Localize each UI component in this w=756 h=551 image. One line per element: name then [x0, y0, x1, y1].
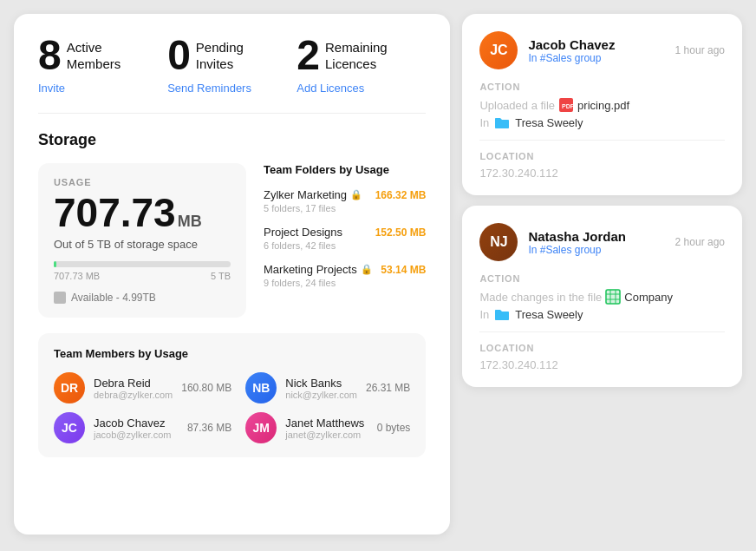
remaining-licences-label: RemainingLicences	[325, 39, 388, 73]
progress-labels: 707.73 MB 5 TB	[54, 271, 231, 281]
folder-meta-0: 5 folders, 17 files	[264, 203, 426, 213]
folder-meta-1: 6 folders, 42 files	[264, 240, 426, 251]
remaining-licences-number: 2	[297, 35, 320, 76]
svg-rect-2	[605, 289, 621, 305]
activity-ip-0: 172.30.240.112	[479, 167, 725, 180]
activity-card-0: JC Jacob Chavez In #Sales group 1 hour a…	[462, 14, 742, 195]
folder-icon-1	[494, 309, 510, 321]
folder-item-2: Marketing Projects 🔒 53.14 MB 9 folders,…	[264, 263, 426, 288]
action-prefix-0: Uploaded a file	[479, 99, 555, 112]
folder-size-1: 152.50 MB	[375, 226, 427, 239]
activity-time-1: 2 hour ago	[675, 236, 725, 248]
available-row: Available - 4.99TB	[54, 292, 231, 304]
right-panel: JC Jacob Chavez In #Sales group 1 hour a…	[462, 14, 742, 387]
activity-action-label-1: Action	[479, 273, 725, 284]
member-avatar-0: DR	[54, 372, 85, 403]
member-name-2: Jacob Chavez	[94, 417, 179, 430]
folder-item-0: Zylker Marketing 🔒 166.32 MB 5 folders, …	[264, 188, 426, 213]
location-folder-1: Tresa Sweely	[515, 308, 583, 321]
activity-header-1: NJ Natasha Jordan In #Sales group 2 hour…	[479, 223, 725, 261]
activity-group-0: In #Sales group	[528, 52, 664, 64]
activity-name-0: Jacob Chavez	[528, 37, 664, 52]
active-members-label: ActiveMembers	[67, 39, 121, 73]
folder-meta-2: 9 folders, 24 files	[264, 278, 426, 288]
member-name-0: Debra Reid	[94, 377, 173, 390]
action-prefix-1: Made changes in the file	[479, 291, 602, 304]
location-label-1: Location	[479, 343, 725, 353]
team-grid: DR Debra Reid debra@zylker.com 160.80 MB…	[54, 372, 410, 443]
usage-unit: MB	[178, 213, 202, 230]
sheet-icon-1	[605, 289, 621, 305]
activity-action-label-0: Action	[479, 82, 725, 92]
activity-name-1: Natasha Jordan	[528, 229, 664, 244]
send-reminders-link[interactable]: Send Reminders	[167, 82, 251, 95]
pending-invites-label: PendingInvites	[196, 39, 244, 73]
member-email-2: jacob@zylker.com	[94, 430, 179, 440]
team-section-title: Team Members by Usage	[54, 347, 410, 360]
member-size-2: 87.36 MB	[187, 422, 231, 434]
progress-total: 5 TB	[211, 271, 231, 281]
left-panel: 8 ActiveMembers Invite 0 PendingInvites …	[14, 14, 450, 535]
folders-title: Team Folders by Usage	[264, 163, 426, 176]
activity-time-0: 1 hour ago	[675, 44, 725, 56]
location-folder-0: Tresa Sweely	[515, 116, 583, 129]
usage-desc: Out of 5 TB of storage space	[54, 238, 231, 251]
member-item-3: JM Janet Matthews janet@zylker.com 0 byt…	[245, 412, 410, 443]
active-members-number: 8	[38, 35, 62, 76]
in-label-1: In	[479, 308, 489, 321]
folder-size-0: 166.32 MB	[375, 189, 427, 201]
member-size-3: 0 bytes	[377, 422, 411, 434]
invite-link[interactable]: Invite	[38, 82, 65, 95]
pending-invites-number: 0	[167, 35, 191, 76]
lock-icon-0: 🔒	[350, 189, 362, 200]
available-text: Available - 4.99TB	[71, 292, 156, 304]
stat-remaining-licences: 2 RemainingLicences Add Licences	[297, 35, 426, 95]
folders-card: Team Folders by Usage Zylker Marketing 🔒…	[264, 163, 426, 318]
file-name-1: Company	[624, 291, 673, 304]
available-icon	[54, 292, 66, 304]
activity-header-0: JC Jacob Chavez In #Sales group 1 hour a…	[479, 31, 725, 69]
pdf-icon-0: PDF	[558, 97, 574, 113]
member-size-1: 26.31 MB	[366, 382, 410, 394]
member-avatar-2: JC	[54, 412, 85, 443]
usage-label: USAGE	[54, 177, 231, 187]
member-avatar-1: NB	[245, 372, 277, 403]
activity-card-1: NJ Natasha Jordan In #Sales group 2 hour…	[462, 206, 742, 387]
member-email-1: nick@zylker.com	[285, 390, 357, 400]
member-item-1: NB Nick Banks nick@zylker.com 26.31 MB	[245, 372, 410, 403]
folder-item-1: Project Designs 152.50 MB 6 folders, 42 …	[264, 226, 426, 251]
member-email-3: janet@zylker.com	[285, 430, 368, 440]
progress-bar-fill	[54, 261, 56, 267]
divider-0	[479, 140, 725, 141]
divider-1	[479, 331, 725, 332]
usage-number: 707.73	[54, 190, 176, 235]
usage-number-row: 707.73MB	[54, 193, 231, 233]
member-item-0: DR Debra Reid debra@zylker.com 160.80 MB	[54, 372, 231, 403]
member-avatar-3: JM	[245, 412, 277, 443]
lock-icon-2: 🔒	[361, 264, 373, 275]
folder-size-2: 53.14 MB	[381, 264, 426, 276]
member-email-0: debra@zylker.com	[94, 390, 173, 400]
stat-active-members: 8 ActiveMembers Invite	[38, 35, 167, 95]
activity-ip-1: 172.30.240.112	[479, 358, 725, 371]
progress-bar-wrap	[54, 261, 231, 267]
in-label-0: In	[479, 116, 489, 129]
storage-title: Storage	[38, 131, 426, 149]
team-section: Team Members by Usage DR Debra Reid debr…	[38, 333, 426, 457]
add-licences-link[interactable]: Add Licences	[297, 82, 364, 95]
location-label-0: Location	[479, 151, 725, 161]
member-name-1: Nick Banks	[285, 377, 357, 390]
folder-name-1: Project Designs	[264, 226, 342, 239]
usage-card: USAGE 707.73MB Out of 5 TB of storage sp…	[38, 163, 246, 318]
folder-name-2: Marketing Projects 🔒	[264, 263, 373, 276]
folder-icon-0	[494, 117, 510, 129]
activity-action-text-1: Made changes in the file Company	[479, 289, 725, 305]
storage-section: Storage USAGE 707.73MB Out of 5 TB of st…	[38, 131, 426, 457]
activity-action-text-0: Uploaded a file PDF pricing.pdf	[479, 97, 725, 113]
member-item-2: JC Jacob Chavez jacob@zylker.com 87.36 M…	[54, 412, 231, 443]
activity-avatar-0: JC	[479, 31, 518, 69]
member-size-0: 160.80 MB	[181, 382, 231, 394]
file-name-0: pricing.pdf	[577, 99, 629, 112]
progress-used: 707.73 MB	[54, 271, 100, 281]
member-name-3: Janet Matthews	[285, 417, 368, 430]
